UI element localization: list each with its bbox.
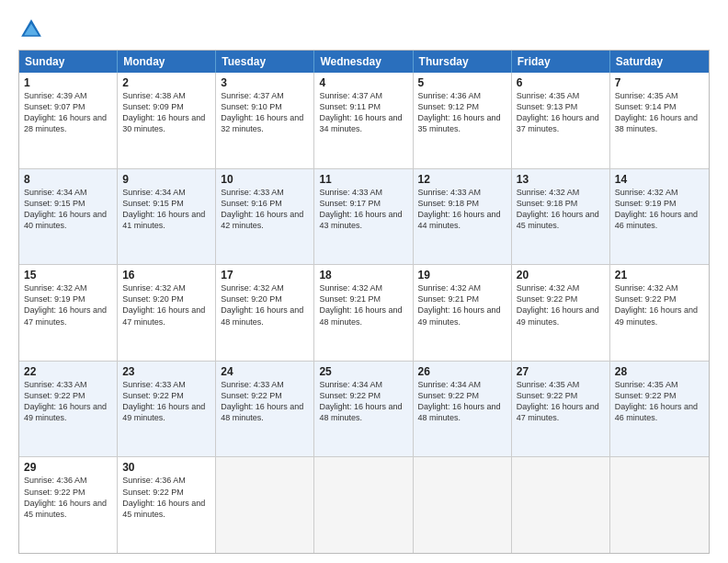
day-number: 21 bbox=[615, 269, 704, 282]
calendar-cell: 17Sunrise: 4:32 AMSunset: 9:20 PMDayligh… bbox=[216, 265, 314, 361]
calendar-header: SundayMondayTuesdayWednesdayThursdayFrid… bbox=[19, 51, 709, 73]
day-number: 24 bbox=[221, 365, 309, 378]
calendar-body: 1Sunrise: 4:39 AMSunset: 9:07 PMDaylight… bbox=[19, 73, 709, 553]
day-number: 12 bbox=[418, 173, 506, 186]
calendar-cell: 5Sunrise: 4:36 AMSunset: 9:12 PMDaylight… bbox=[414, 73, 512, 168]
cell-sun-info: Sunrise: 4:33 AMSunset: 9:18 PMDaylight:… bbox=[418, 187, 506, 232]
cell-sun-info: Sunrise: 4:32 AMSunset: 9:20 PMDaylight:… bbox=[221, 282, 309, 327]
day-number: 18 bbox=[319, 269, 407, 282]
cell-sun-info: Sunrise: 4:33 AMSunset: 9:16 PMDaylight:… bbox=[221, 187, 309, 232]
cell-sun-info: Sunrise: 4:35 AMSunset: 9:22 PMDaylight:… bbox=[517, 379, 605, 424]
calendar-cell bbox=[610, 457, 709, 553]
cell-sun-info: Sunrise: 4:35 AMSunset: 9:14 PMDaylight:… bbox=[615, 90, 704, 135]
cell-sun-info: Sunrise: 4:33 AMSunset: 9:22 PMDaylight:… bbox=[221, 379, 309, 424]
cell-sun-info: Sunrise: 4:35 AMSunset: 9:22 PMDaylight:… bbox=[615, 379, 704, 424]
day-number: 29 bbox=[24, 461, 112, 474]
cell-sun-info: Sunrise: 4:34 AMSunset: 9:22 PMDaylight:… bbox=[319, 379, 407, 424]
calendar-cell: 19Sunrise: 4:32 AMSunset: 9:21 PMDayligh… bbox=[414, 265, 512, 361]
day-number: 30 bbox=[122, 461, 210, 474]
calendar-cell: 16Sunrise: 4:32 AMSunset: 9:20 PMDayligh… bbox=[118, 265, 216, 361]
calendar-cell: 2Sunrise: 4:38 AMSunset: 9:09 PMDaylight… bbox=[118, 73, 216, 168]
calendar-week-3: 15Sunrise: 4:32 AMSunset: 9:19 PMDayligh… bbox=[19, 264, 709, 361]
calendar-week-2: 8Sunrise: 4:34 AMSunset: 9:15 PMDaylight… bbox=[19, 168, 709, 265]
day-number: 27 bbox=[517, 365, 605, 378]
calendar-cell bbox=[414, 457, 512, 553]
calendar-cell bbox=[216, 457, 314, 553]
cell-sun-info: Sunrise: 4:32 AMSunset: 9:20 PMDaylight:… bbox=[122, 282, 210, 327]
calendar-cell: 30Sunrise: 4:36 AMSunset: 9:22 PMDayligh… bbox=[118, 457, 216, 553]
cell-sun-info: Sunrise: 4:32 AMSunset: 9:18 PMDaylight:… bbox=[517, 187, 605, 232]
day-number: 13 bbox=[517, 173, 605, 186]
calendar-header-wednesday: Wednesday bbox=[314, 51, 413, 73]
calendar-cell: 15Sunrise: 4:32 AMSunset: 9:19 PMDayligh… bbox=[19, 265, 118, 361]
day-number: 4 bbox=[319, 76, 407, 89]
cell-sun-info: Sunrise: 4:33 AMSunset: 9:17 PMDaylight:… bbox=[319, 187, 407, 232]
day-number: 23 bbox=[122, 365, 210, 378]
cell-sun-info: Sunrise: 4:34 AMSunset: 9:15 PMDaylight:… bbox=[24, 187, 112, 232]
calendar-cell: 24Sunrise: 4:33 AMSunset: 9:22 PMDayligh… bbox=[216, 362, 314, 457]
day-number: 14 bbox=[615, 173, 704, 186]
day-number: 22 bbox=[24, 365, 112, 378]
cell-sun-info: Sunrise: 4:36 AMSunset: 9:22 PMDaylight:… bbox=[122, 475, 210, 520]
calendar-cell: 22Sunrise: 4:33 AMSunset: 9:22 PMDayligh… bbox=[19, 362, 118, 457]
cell-sun-info: Sunrise: 4:34 AMSunset: 9:15 PMDaylight:… bbox=[122, 187, 210, 232]
day-number: 5 bbox=[418, 76, 506, 89]
calendar-cell: 8Sunrise: 4:34 AMSunset: 9:15 PMDaylight… bbox=[19, 169, 118, 265]
day-number: 16 bbox=[122, 269, 210, 282]
calendar-cell: 3Sunrise: 4:37 AMSunset: 9:10 PMDaylight… bbox=[216, 73, 314, 168]
calendar-header-sunday: Sunday bbox=[19, 51, 118, 73]
cell-sun-info: Sunrise: 4:37 AMSunset: 9:10 PMDaylight:… bbox=[221, 90, 309, 135]
day-number: 15 bbox=[24, 269, 112, 282]
cell-sun-info: Sunrise: 4:32 AMSunset: 9:22 PMDaylight:… bbox=[615, 282, 704, 327]
day-number: 20 bbox=[517, 269, 605, 282]
cell-sun-info: Sunrise: 4:33 AMSunset: 9:22 PMDaylight:… bbox=[24, 379, 112, 424]
calendar-cell: 14Sunrise: 4:32 AMSunset: 9:19 PMDayligh… bbox=[610, 169, 709, 265]
calendar: SundayMondayTuesdayWednesdayThursdayFrid… bbox=[18, 50, 710, 554]
day-number: 1 bbox=[24, 76, 112, 89]
day-number: 6 bbox=[517, 76, 605, 89]
calendar-cell: 4Sunrise: 4:37 AMSunset: 9:11 PMDaylight… bbox=[314, 73, 413, 168]
cell-sun-info: Sunrise: 4:33 AMSunset: 9:22 PMDaylight:… bbox=[122, 379, 210, 424]
cell-sun-info: Sunrise: 4:35 AMSunset: 9:13 PMDaylight:… bbox=[517, 90, 605, 135]
calendar-cell bbox=[314, 457, 413, 553]
day-number: 26 bbox=[418, 365, 506, 378]
calendar-cell: 23Sunrise: 4:33 AMSunset: 9:22 PMDayligh… bbox=[118, 362, 216, 457]
calendar-header-friday: Friday bbox=[512, 51, 610, 73]
day-number: 10 bbox=[221, 173, 309, 186]
logo-icon bbox=[18, 17, 44, 42]
calendar-cell: 26Sunrise: 4:34 AMSunset: 9:22 PMDayligh… bbox=[414, 362, 512, 457]
day-number: 19 bbox=[418, 269, 506, 282]
calendar-cell: 28Sunrise: 4:35 AMSunset: 9:22 PMDayligh… bbox=[610, 362, 709, 457]
cell-sun-info: Sunrise: 4:32 AMSunset: 9:21 PMDaylight:… bbox=[319, 282, 407, 327]
day-number: 2 bbox=[122, 76, 210, 89]
cell-sun-info: Sunrise: 4:32 AMSunset: 9:21 PMDaylight:… bbox=[418, 282, 506, 327]
page: SundayMondayTuesdayWednesdayThursdayFrid… bbox=[0, 0, 728, 563]
cell-sun-info: Sunrise: 4:32 AMSunset: 9:19 PMDaylight:… bbox=[24, 282, 112, 327]
calendar-cell: 12Sunrise: 4:33 AMSunset: 9:18 PMDayligh… bbox=[414, 169, 512, 265]
calendar-cell: 27Sunrise: 4:35 AMSunset: 9:22 PMDayligh… bbox=[512, 362, 610, 457]
cell-sun-info: Sunrise: 4:32 AMSunset: 9:19 PMDaylight:… bbox=[615, 187, 704, 232]
calendar-cell: 11Sunrise: 4:33 AMSunset: 9:17 PMDayligh… bbox=[314, 169, 413, 265]
calendar-cell: 18Sunrise: 4:32 AMSunset: 9:21 PMDayligh… bbox=[314, 265, 413, 361]
calendar-cell: 29Sunrise: 4:36 AMSunset: 9:22 PMDayligh… bbox=[19, 457, 118, 553]
cell-sun-info: Sunrise: 4:36 AMSunset: 9:22 PMDaylight:… bbox=[24, 475, 112, 520]
cell-sun-info: Sunrise: 4:34 AMSunset: 9:22 PMDaylight:… bbox=[418, 379, 506, 424]
calendar-cell: 10Sunrise: 4:33 AMSunset: 9:16 PMDayligh… bbox=[216, 169, 314, 265]
calendar-week-1: 1Sunrise: 4:39 AMSunset: 9:07 PMDaylight… bbox=[19, 73, 709, 168]
day-number: 7 bbox=[615, 76, 704, 89]
day-number: 25 bbox=[319, 365, 407, 378]
cell-sun-info: Sunrise: 4:39 AMSunset: 9:07 PMDaylight:… bbox=[24, 90, 112, 135]
header bbox=[18, 17, 710, 42]
calendar-week-4: 22Sunrise: 4:33 AMSunset: 9:22 PMDayligh… bbox=[19, 361, 709, 457]
calendar-cell: 21Sunrise: 4:32 AMSunset: 9:22 PMDayligh… bbox=[610, 265, 709, 361]
calendar-cell: 6Sunrise: 4:35 AMSunset: 9:13 PMDaylight… bbox=[512, 73, 610, 168]
calendar-header-thursday: Thursday bbox=[414, 51, 512, 73]
day-number: 8 bbox=[24, 173, 112, 186]
calendar-header-monday: Monday bbox=[118, 51, 216, 73]
calendar-header-tuesday: Tuesday bbox=[216, 51, 314, 73]
day-number: 11 bbox=[319, 173, 407, 186]
calendar-header-saturday: Saturday bbox=[610, 51, 709, 73]
logo bbox=[18, 17, 48, 42]
cell-sun-info: Sunrise: 4:37 AMSunset: 9:11 PMDaylight:… bbox=[319, 90, 407, 135]
calendar-cell: 1Sunrise: 4:39 AMSunset: 9:07 PMDaylight… bbox=[19, 73, 118, 168]
